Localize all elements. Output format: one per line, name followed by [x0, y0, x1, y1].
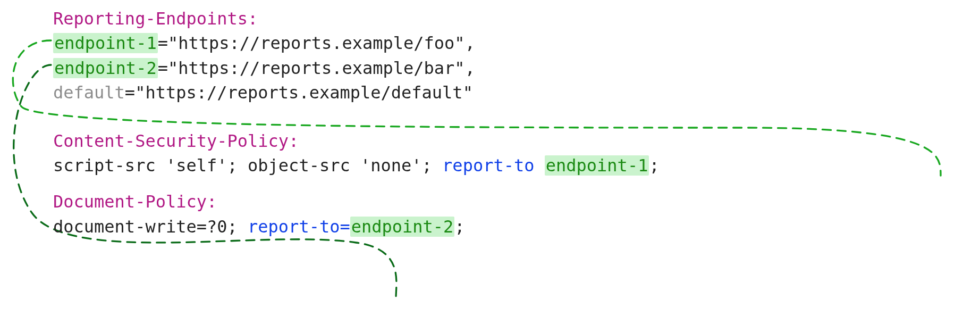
default-url: "https://reports.example/default": [135, 82, 473, 103]
endpoint-1-line: endpoint-1="https://reports.example/foo"…: [53, 31, 660, 55]
endpoint-2-key: endpoint-2: [53, 58, 158, 78]
dp-trail: ;: [454, 217, 464, 237]
csp-report-to: report-to: [442, 155, 534, 176]
csp-space: [534, 155, 544, 176]
blank-1b: [53, 117, 660, 129]
csp-header-line: Content-Security-Policy:: [53, 129, 660, 153]
csp-body-before: script-src 'self'; object-src 'none';: [53, 155, 442, 176]
dp-body-line: document-write=?0; report-to=endpoint-2;: [53, 214, 660, 239]
endpoint-1-key: endpoint-1: [53, 33, 158, 53]
dp-header-line: Document-Policy:: [53, 189, 660, 214]
default-line: default="https://reports.example/default…: [53, 80, 660, 105]
csp-header-name: Content-Security-Policy:: [53, 131, 299, 151]
reporting-header-name: Reporting-Endpoints:: [53, 9, 258, 29]
blank-1: [53, 105, 660, 117]
endpoint-2-trail: ,: [465, 58, 475, 78]
default-eq: =: [125, 82, 135, 103]
dp-target: endpoint-2: [350, 217, 455, 237]
endpoint-1-eq: =: [158, 33, 168, 53]
csp-trail: ;: [649, 155, 659, 176]
csp-target: endpoint-1: [545, 155, 649, 176]
dp-header-name: Document-Policy:: [53, 192, 217, 212]
csp-body-line: script-src 'self'; object-src 'none'; re…: [53, 153, 660, 178]
blank-2: [53, 178, 660, 189]
dp-report-to: report-to=: [248, 217, 350, 237]
endpoint-2-eq: =: [158, 58, 168, 78]
endpoint-2-line: endpoint-2="https://reports.example/bar"…: [53, 56, 660, 80]
dp-body-before: document-write=?0;: [53, 217, 248, 237]
code-block: Reporting-Endpoints: endpoint-1="https:/…: [53, 6, 660, 239]
reporting-header-line: Reporting-Endpoints:: [53, 6, 660, 31]
endpoint-1-trail: ,: [465, 33, 475, 53]
endpoint-2-url: "https://reports.example/bar": [168, 58, 465, 78]
endpoint-1-url: "https://reports.example/foo": [168, 33, 465, 53]
default-key: default: [53, 82, 125, 103]
